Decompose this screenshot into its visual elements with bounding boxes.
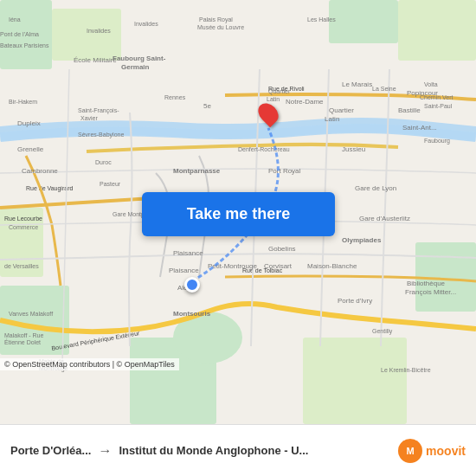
svg-text:Corvisart: Corvisart — [264, 262, 293, 270]
svg-text:Étienne Dolet: Étienne Dolet — [4, 338, 41, 345]
svg-text:Faubourg: Faubourg — [424, 138, 450, 145]
svg-text:Bastille: Bastille — [398, 106, 421, 114]
svg-text:Montsouris: Montsouris — [173, 310, 211, 318]
svg-text:Rennes: Rennes — [164, 94, 186, 100]
route-to: Institut du Monde Anglophone - U... — [119, 444, 391, 457]
svg-text:Notre-Dame: Notre-Dame — [286, 98, 324, 106]
route-arrow: → — [98, 443, 112, 459]
svg-text:Cambronne: Cambronne — [22, 167, 58, 175]
svg-text:Les Halles: Les Halles — [307, 16, 336, 23]
svg-text:Saint-François-: Saint-François- — [78, 107, 119, 114]
svg-text:Latin: Latin — [267, 96, 280, 102]
svg-text:Grenelle: Grenelle — [17, 145, 44, 153]
svg-text:Iéna: Iéna — [9, 16, 21, 23]
svg-text:Quartier: Quartier — [268, 88, 291, 95]
destination-pin — [260, 102, 277, 125]
svg-text:Port Royal: Port Royal — [268, 167, 301, 175]
svg-text:Saint-Ant...: Saint-Ant... — [402, 124, 437, 132]
svg-text:Volta: Volta — [424, 81, 438, 87]
svg-text:Sèvres-Babylone: Sèvres-Babylone — [78, 132, 124, 138]
svg-text:Quartier: Quartier — [329, 106, 354, 114]
svg-text:Le Kremlin-Bicêtre: Le Kremlin-Bicêtre — [381, 367, 431, 373]
svg-text:François Mitter...: François Mitter... — [405, 288, 456, 296]
svg-text:Rue Lecourbe: Rue Lecourbe — [4, 215, 42, 222]
svg-text:Latin: Latin — [325, 115, 339, 123]
origin-pin — [184, 277, 200, 293]
svg-text:Gobelins: Gobelins — [268, 245, 296, 253]
svg-rect-2 — [52, 9, 121, 61]
svg-text:Bir-Hakem: Bir-Hakem — [9, 99, 37, 105]
svg-text:Bibliothèque: Bibliothèque — [407, 280, 446, 287]
svg-text:5e: 5e — [203, 102, 211, 110]
svg-text:Bateaux Parisiens: Bateaux Parisiens — [0, 42, 49, 48]
svg-rect-3 — [329, 0, 398, 43]
svg-text:Pasteur: Pasteur — [100, 181, 121, 187]
svg-text:Commerce: Commerce — [9, 224, 38, 230]
svg-text:Plaisance: Plaisance — [173, 249, 203, 257]
svg-text:Maison-Blanche: Maison-Blanche — [307, 262, 357, 270]
moovit-logo-text: moovit — [426, 444, 466, 458]
svg-text:Olympiades: Olympiades — [342, 236, 382, 244]
map-attribution: © OpenStreetMap contributors | © OpenMap… — [0, 358, 179, 370]
svg-text:Dupleix: Dupleix — [17, 119, 41, 127]
route-from: Porte D'Orléa... — [10, 444, 91, 457]
bottom-bar: Porte D'Orléa... → Institut du Monde Ang… — [0, 424, 476, 476]
svg-text:Invalides: Invalides — [134, 21, 158, 27]
svg-text:École Militaire: École Militaire — [74, 56, 117, 64]
svg-text:Faubourg Saint-: Faubourg Saint- — [113, 55, 166, 62]
svg-text:Palais Royal: Palais Royal — [199, 16, 233, 23]
svg-text:Saint-Paul: Saint-Paul — [424, 103, 453, 109]
svg-text:Chemin Vert: Chemin Vert — [420, 94, 453, 100]
svg-text:Montparnasse: Montparnasse — [173, 167, 221, 175]
svg-text:Duroc: Duroc — [95, 159, 112, 165]
svg-text:La Seine: La Seine — [372, 86, 396, 92]
svg-text:Malakoff - Rue: Malakoff - Rue — [4, 332, 43, 338]
svg-rect-4 — [398, 0, 476, 61]
svg-text:Vanves Malakoff: Vanves Malakoff — [9, 311, 53, 317]
svg-text:Jussieu: Jussieu — [342, 145, 365, 153]
svg-text:Germain: Germain — [121, 63, 150, 71]
moovit-logo: M moovit — [398, 439, 466, 463]
svg-text:Gare d'Austerlitz: Gare d'Austerlitz — [359, 215, 410, 222]
svg-text:Gentilly: Gentilly — [372, 328, 393, 335]
svg-rect-6 — [303, 338, 407, 424]
svg-text:Gare de Lyon: Gare de Lyon — [355, 184, 396, 192]
svg-text:Xavier: Xavier — [80, 115, 99, 121]
svg-text:de Versailles: de Versailles — [4, 263, 39, 269]
map-container: Boulevard Périphérique Extérieur Rue de … — [0, 0, 476, 424]
svg-text:Plaisance: Plaisance — [169, 267, 199, 274]
svg-text:Porte d'Ivry: Porte d'Ivry — [338, 297, 372, 305]
svg-text:Pont de l'Alma: Pont de l'Alma — [0, 31, 39, 37]
svg-text:Denfert-Rochereau: Denfert-Rochereau — [238, 146, 290, 152]
moovit-logo-icon: M — [398, 439, 422, 463]
take-me-there-button[interactable]: Take me there — [142, 192, 335, 236]
svg-text:Petit-Montrouge: Petit-Montrouge — [208, 262, 257, 270]
svg-text:Invalides: Invalides — [87, 28, 111, 34]
svg-text:Musée du Louvre: Musée du Louvre — [197, 24, 244, 30]
svg-text:Le Marais: Le Marais — [342, 80, 372, 88]
